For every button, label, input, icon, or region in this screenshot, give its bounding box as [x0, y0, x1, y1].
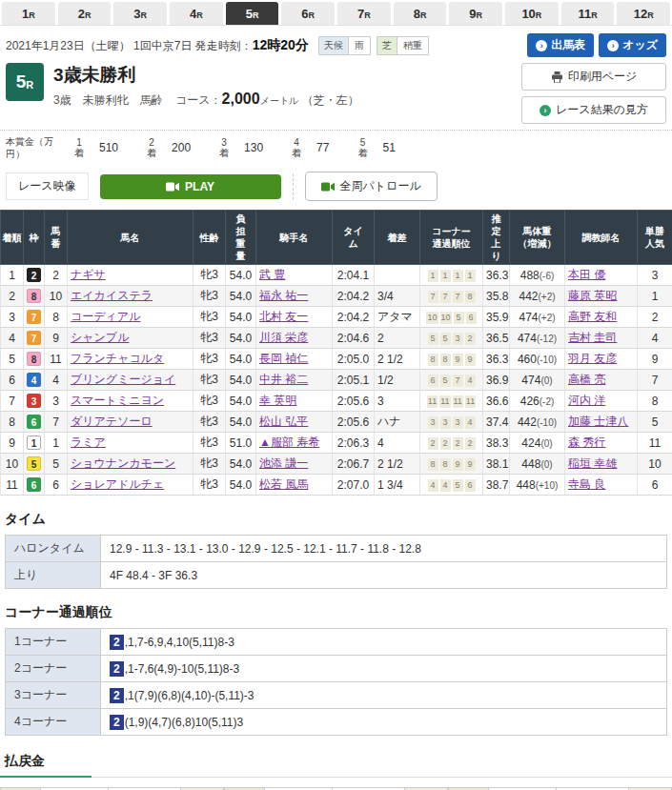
carried-weight: 54.0 — [226, 307, 256, 328]
patrol-video-button[interactable]: 全周パトロール — [305, 172, 438, 201]
frame-badge: 5 — [27, 456, 41, 471]
horse-name-link[interactable]: フランチャコルタ — [71, 352, 164, 365]
win-popularity: 4 — [638, 328, 672, 349]
corner-position-box: 3 — [440, 416, 451, 429]
jockey-link[interactable]: 武 豊 — [259, 268, 285, 281]
corner-row: 2コーナー 2,1-7,6(4,9)-10(5,11)8-3 — [6, 656, 667, 682]
trainer-link[interactable]: 本田 優 — [568, 268, 605, 281]
horse-name-link[interactable]: ラミア — [71, 436, 106, 449]
horse-name-link[interactable]: ダリアテソーロ — [71, 415, 153, 428]
trainer-link[interactable]: 吉村 圭司 — [568, 331, 617, 344]
jockey-link[interactable]: 中井 裕二 — [259, 373, 308, 386]
finish-position: 3 — [1, 307, 24, 328]
sex-age: 牝3 — [193, 391, 226, 412]
col-trainer: 調教師名 — [565, 211, 638, 265]
trainer-link[interactable]: 高野 友和 — [568, 310, 617, 323]
results-guide-button[interactable]: › レース結果の見方 — [521, 96, 666, 124]
horse-name-link[interactable]: エイカイステラ — [71, 289, 153, 302]
print-page-button[interactable]: 印刷用ページ — [521, 63, 666, 91]
finish-position: 10 — [1, 454, 24, 475]
jockey-link[interactable]: 幸 英明 — [259, 394, 296, 407]
horse-name-link[interactable]: スマートミニヨン — [71, 394, 164, 407]
last-3f-time: 36.5 — [483, 328, 510, 349]
jockey-link[interactable]: 北村 友一 — [259, 310, 308, 323]
trainer-link[interactable]: 羽月 友彦 — [568, 352, 617, 365]
play-button[interactable]: PLAY — [100, 174, 281, 199]
race-tab[interactable]: 10R — [505, 2, 559, 25]
time-section-title: タイム — [5, 511, 667, 528]
horse-name-link[interactable]: コーディアル — [71, 310, 140, 323]
jockey-link[interactable]: 松若 風馬 — [259, 477, 308, 491]
trainer-link[interactable]: 高橋 亮 — [568, 373, 605, 386]
finish-position: 7 — [1, 391, 24, 412]
corner-position-box: 7 — [428, 291, 438, 303]
leader-number: 2 — [110, 661, 124, 677]
race-tab[interactable]: 12R — [617, 2, 670, 25]
last-3f-time: 38.3 — [483, 433, 510, 454]
corner-order: 2(1,9)(4,7)(6,8)10(5,11)3 — [101, 709, 667, 736]
horse-number: 7 — [45, 412, 68, 433]
margin: 1 3/4 — [375, 475, 420, 496]
race-tab[interactable]: 6R — [281, 2, 335, 25]
jockey-link[interactable]: 長岡 禎仁 — [259, 352, 308, 365]
trainer-link[interactable]: 寺島 良 — [568, 477, 605, 491]
horse-name-link[interactable]: ナギサ — [71, 268, 106, 281]
corner-positions: 5532 — [420, 328, 483, 349]
entry-table-button[interactable]: › 出馬表 — [527, 33, 594, 57]
horse-name-link[interactable]: ショウナンカモーン — [71, 456, 175, 470]
jockey-link[interactable]: ▲服部 寿希 — [259, 436, 319, 449]
corner-positions: 2222 — [420, 433, 483, 454]
sex-age: 牝3 — [193, 328, 226, 349]
horse-weight: 448(0) — [510, 454, 565, 475]
race-tab[interactable]: 9R — [449, 2, 502, 25]
start-time-value: 12時20分 — [253, 37, 309, 52]
last-3f-time: 36.3 — [483, 349, 510, 370]
race-tab[interactable]: 8R — [394, 2, 447, 25]
trainer-link[interactable]: 稲垣 幸雄 — [568, 456, 617, 470]
corner-position-box: 6 — [428, 375, 438, 387]
race-video-bar: レース映像 PLAY 全周パトロール — [0, 165, 672, 210]
race-tab[interactable]: 5R — [226, 2, 279, 25]
trainer-link[interactable]: 加藤 士津八 — [568, 415, 628, 428]
trainer-link[interactable]: 藤原 英昭 — [568, 289, 617, 302]
corner-position-box: 4 — [465, 416, 476, 429]
race-tab[interactable]: 11R — [561, 2, 615, 25]
last-up-label: 上り — [6, 562, 101, 589]
sex-age: 牝3 — [193, 412, 226, 433]
finish-position: 8 — [1, 412, 24, 433]
trainer-link[interactable]: 森 秀行 — [568, 436, 605, 449]
horse-name-link[interactable]: ショレアドルチェ — [71, 477, 164, 491]
margin: ハナ — [375, 412, 420, 433]
horse-weight: 442(-10) — [510, 412, 565, 433]
col-horse: 馬名 — [68, 211, 193, 265]
result-row: 9 1 1 ラミア 牝3 51.0 ▲服部 寿希 2:06.3 4 2222 3… — [1, 433, 672, 454]
race-tab[interactable]: 7R — [337, 2, 391, 25]
horse-weight: 474(-12) — [510, 328, 565, 349]
horse-name-link[interactable]: ブリングミージョイ — [71, 373, 175, 386]
jockey-link[interactable]: 池添 謙一 — [259, 456, 308, 470]
corner-position-box: 7 — [453, 291, 463, 303]
margin: 3/4 — [375, 286, 420, 307]
turf-tag-value: 稍重 — [397, 37, 428, 54]
corner-position-box: 5 — [440, 375, 451, 387]
col-frame: 枠 — [24, 211, 45, 265]
jockey-link[interactable]: 福永 祐一 — [259, 289, 308, 302]
corner-position-box: 5 — [453, 479, 463, 492]
horse-weight: 424(0) — [510, 433, 565, 454]
corner-position-box: 2 — [440, 437, 451, 450]
race-tab[interactable]: 3R — [113, 2, 167, 25]
trainer-link[interactable]: 河内 洋 — [568, 394, 605, 407]
odds-button[interactable]: › オッズ — [599, 33, 666, 57]
halon-time-row: ハロンタイム 12.9 - 11.3 - 13.1 - 13.0 - 12.9 … — [6, 536, 667, 562]
weather-tag-value: 雨 — [348, 37, 370, 54]
jockey-link[interactable]: 松山 弘平 — [259, 415, 308, 428]
sex-age: 牝3 — [193, 349, 226, 370]
race-tab[interactable]: 4R — [170, 2, 223, 25]
race-tab[interactable]: 2R — [58, 2, 112, 25]
horse-name-link[interactable]: シャンブル — [71, 331, 129, 344]
last-3f-time: 35.9 — [483, 307, 510, 328]
jockey-link[interactable]: 川須 栄彦 — [259, 331, 308, 344]
race-tab[interactable]: 1R — [2, 2, 55, 25]
sex-age: 牝3 — [193, 475, 226, 496]
sex-age: 牝3 — [193, 307, 226, 328]
